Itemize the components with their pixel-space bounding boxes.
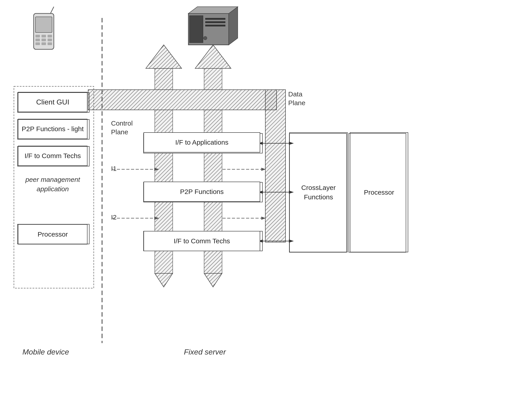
client-gui-label: Client GUI xyxy=(36,98,69,106)
svg-marker-73 xyxy=(146,45,182,68)
svg-rect-13 xyxy=(188,14,229,45)
svg-rect-29 xyxy=(204,110,222,135)
diagram-arrows xyxy=(0,0,532,420)
p2p-functions-server-label: P2P Functions xyxy=(180,188,224,195)
svg-rect-53 xyxy=(155,251,173,273)
svg-point-20 xyxy=(203,36,207,40)
svg-rect-14 xyxy=(190,16,203,43)
svg-rect-8 xyxy=(42,39,46,41)
svg-rect-57 xyxy=(204,251,222,273)
if-comm-server-box: I/F to Comm Techs xyxy=(144,231,260,251)
svg-rect-4 xyxy=(35,35,40,37)
if-comm-server-label: I/F to Comm Techs xyxy=(174,237,230,245)
crosslayer-functions-label: CrossLayer Functions xyxy=(301,183,335,202)
svg-rect-43 xyxy=(204,202,222,231)
i1-label: I1 xyxy=(111,165,117,172)
processor-server-label: Processor xyxy=(364,189,394,196)
svg-marker-49 xyxy=(154,217,159,220)
peer-management-text: peer management application xyxy=(20,175,85,194)
svg-rect-26 xyxy=(88,90,276,110)
svg-rect-42 xyxy=(155,202,173,231)
svg-marker-51 xyxy=(261,217,266,220)
svg-marker-77 xyxy=(195,45,231,68)
svg-rect-9 xyxy=(47,39,52,41)
svg-rect-10 xyxy=(35,42,40,45)
if-comm-mobile-box: I/F to Comm Techs xyxy=(18,146,88,166)
svg-rect-6 xyxy=(47,35,52,37)
svg-rect-76 xyxy=(204,68,222,90)
svg-rect-5 xyxy=(42,35,46,37)
svg-rect-32 xyxy=(204,153,222,182)
svg-rect-28 xyxy=(155,110,173,135)
svg-rect-72 xyxy=(155,68,173,90)
svg-marker-40 xyxy=(261,168,266,171)
i2-label: I2 xyxy=(111,213,117,221)
processor-server-box: Processor xyxy=(350,132,408,252)
svg-marker-38 xyxy=(154,168,159,171)
svg-marker-58 xyxy=(204,273,222,287)
svg-marker-15 xyxy=(229,7,238,45)
processor-mobile-box: Processor xyxy=(18,224,88,244)
fixed-server-footer-label: Fixed server xyxy=(184,347,226,356)
svg-line-2 xyxy=(50,7,54,14)
if-to-applications-label: I/F to Applications xyxy=(175,139,228,146)
svg-rect-1 xyxy=(34,14,54,49)
svg-rect-11 xyxy=(42,42,46,45)
svg-rect-27 xyxy=(265,90,286,242)
processor-mobile-label: Processor xyxy=(37,230,68,238)
client-gui-box: Client GUI xyxy=(18,92,88,112)
svg-rect-17 xyxy=(205,18,225,20)
p2p-functions-server-box: P2P Functions xyxy=(144,182,260,202)
p2p-functions-light-label: P2P Functions - light xyxy=(22,125,84,133)
svg-rect-18 xyxy=(205,21,225,23)
mobile-device-footer-label: Mobile device xyxy=(22,347,69,356)
crosslayer-functions-box: CrossLayer Functions xyxy=(289,132,348,252)
svg-rect-31 xyxy=(155,153,173,182)
svg-rect-19 xyxy=(205,25,225,27)
diagram-container: Client GUI P2P Functions - light I/F to … xyxy=(0,0,532,420)
svg-rect-3 xyxy=(35,17,52,32)
svg-rect-12 xyxy=(47,42,52,45)
svg-marker-16 xyxy=(188,7,238,14)
if-to-applications-box: I/F to Applications xyxy=(144,132,260,152)
control-plane-label: Control Plane xyxy=(111,119,133,136)
svg-rect-7 xyxy=(35,39,40,41)
data-plane-label: Data Plane xyxy=(288,90,305,107)
svg-marker-54 xyxy=(155,273,173,287)
p2p-functions-light-box: P2P Functions - light xyxy=(18,119,88,139)
if-comm-mobile-label: I/F to Comm Techs xyxy=(24,152,81,160)
